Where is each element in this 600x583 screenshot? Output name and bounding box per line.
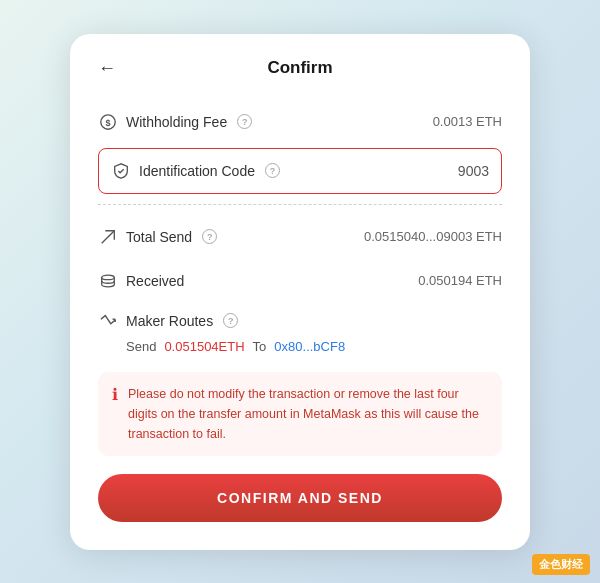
withholding-fee-help-icon[interactable]: ? bbox=[237, 114, 252, 129]
withholding-fee-value: 0.0013 ETH bbox=[433, 114, 502, 129]
total-send-help-icon[interactable]: ? bbox=[202, 229, 217, 244]
maker-routes-header: Maker Routes ? bbox=[98, 311, 502, 331]
warning-box: ℹ Please do not modify the transaction o… bbox=[98, 372, 502, 456]
warning-icon: ℹ bbox=[112, 385, 118, 404]
id-code-left: Identification Code ? bbox=[111, 161, 280, 181]
identification-code-row: Identification Code ? 9003 bbox=[98, 148, 502, 194]
maker-routes-label: Maker Routes bbox=[126, 313, 213, 329]
to-label: To bbox=[253, 339, 267, 354]
svg-text:$: $ bbox=[105, 117, 110, 127]
page-title: Confirm bbox=[267, 58, 332, 78]
received-row: Received 0.050194 ETH bbox=[98, 259, 502, 303]
id-code-value: 9003 bbox=[458, 163, 489, 179]
to-address: 0x80...bCF8 bbox=[274, 339, 345, 354]
withholding-fee-label: Withholding Fee bbox=[126, 114, 227, 130]
routes-icon bbox=[98, 311, 118, 331]
warning-text: Please do not modify the transaction or … bbox=[128, 384, 488, 444]
confirm-send-button[interactable]: CONFIRM AND SEND bbox=[98, 474, 502, 522]
svg-point-3 bbox=[102, 275, 115, 280]
send-amount: 0.051504ETH bbox=[164, 339, 244, 354]
maker-route-line: Send 0.051504ETH To 0x80...bCF8 bbox=[98, 339, 502, 354]
withholding-fee-left: $ Withholding Fee ? bbox=[98, 112, 252, 132]
total-send-row: Total Send ? 0.0515040...09003 ETH bbox=[98, 215, 502, 259]
total-send-label: Total Send bbox=[126, 229, 192, 245]
stack-icon bbox=[98, 271, 118, 291]
total-send-value: 0.0515040...09003 ETH bbox=[364, 229, 502, 244]
received-left: Received bbox=[98, 271, 184, 291]
back-button[interactable]: ← bbox=[98, 59, 116, 77]
svg-line-2 bbox=[102, 230, 115, 243]
id-code-label: Identification Code bbox=[139, 163, 255, 179]
maker-routes-section: Maker Routes ? Send 0.051504ETH To 0x80.… bbox=[98, 303, 502, 358]
send-label: Send bbox=[126, 339, 156, 354]
received-label: Received bbox=[126, 273, 184, 289]
maker-routes-help-icon[interactable]: ? bbox=[223, 313, 238, 328]
send-icon bbox=[98, 227, 118, 247]
shield-icon bbox=[111, 161, 131, 181]
watermark: 金色财经 bbox=[532, 554, 590, 575]
withholding-fee-row: $ Withholding Fee ? 0.0013 ETH bbox=[98, 100, 502, 144]
total-send-left: Total Send ? bbox=[98, 227, 217, 247]
confirm-card: ← Confirm $ Withholding Fee ? 0.0013 ETH bbox=[70, 34, 530, 550]
id-code-help-icon[interactable]: ? bbox=[265, 163, 280, 178]
header: ← Confirm bbox=[98, 58, 502, 78]
dollar-circle-icon: $ bbox=[98, 112, 118, 132]
received-value: 0.050194 ETH bbox=[418, 273, 502, 288]
divider bbox=[98, 204, 502, 205]
